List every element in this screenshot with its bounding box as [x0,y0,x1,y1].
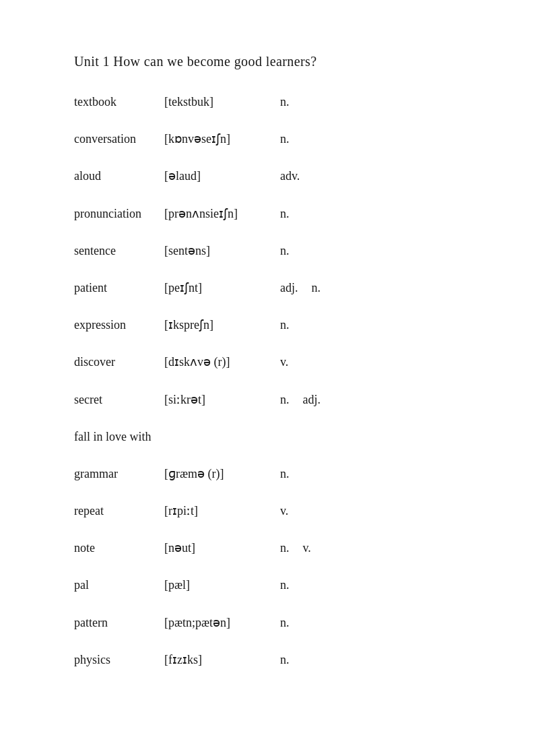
entry-pos1: adj. [280,280,298,296]
entry-word: conversation [74,131,162,148]
entry-word: pal [74,577,162,594]
entry-pos1: n. [280,466,290,482]
vocab-entry: patient[peɪʃnt]adj.n. [74,280,460,296]
entry-pos1: n. [280,243,290,259]
vocab-list: textbook[tekstbuk]n.conversation[kɒnvəse… [74,94,460,668]
entry-pos1: n. [280,652,290,668]
vocab-entry: textbook[tekstbuk]n. [74,94,460,111]
entry-phonetic: [pæl] [164,577,272,594]
vocab-entry: conversation[kɒnvəseɪʃn]n. [74,131,460,148]
phrase-word: fall in love with [74,429,151,445]
entry-phonetic: [ɡræmə (r)] [164,466,272,482]
entry-word: textbook [74,94,162,111]
entry-phonetic: [fɪzɪks] [164,652,272,668]
vocab-entry: sentence[sentəns]n. [74,243,460,259]
vocab-entry: repeat[rɪpiːt]v. [74,503,460,519]
entry-word: sentence [74,243,162,259]
entry-phonetic: [prənʌnsieɪʃn] [164,206,272,222]
entry-pos1: adv. [280,168,300,185]
entry-word: discover [74,354,162,371]
vocab-entry: physics[fɪzɪks]n. [74,652,460,668]
entry-phonetic: [tekstbuk] [164,94,272,111]
vocab-entry: note[nəut]n.v. [74,540,460,557]
entry-pos2: adj. [303,391,321,408]
entry-word: patient [74,280,162,296]
entry-phonetic: [əlaud] [164,168,272,185]
vocab-entry: expression[ɪkspreʃn]n. [74,317,460,334]
entry-word: note [74,540,162,557]
entry-pos2: n. [312,280,321,296]
entry-pos1: n. [280,206,290,222]
vocab-entry: pattern[pætn;pætən]n. [74,615,460,631]
entry-word: repeat [74,503,162,519]
vocab-entry: fall in love with [74,429,460,445]
vocab-entry: secret[siːkrət]n.adj. [74,391,460,408]
entry-pos1: v. [280,354,288,371]
entry-phonetic: [kɒnvəseɪʃn] [164,131,272,148]
entry-word: physics [74,652,162,668]
entry-phonetic: [siːkrət] [164,391,272,408]
vocab-entry: grammar[ɡræmə (r)]n. [74,466,460,482]
entry-pos1: n. [280,540,290,557]
entry-pos1: n. [280,94,290,111]
entry-phonetic: [rɪpiːt] [164,503,272,519]
entry-phonetic: [ɪkspreʃn] [164,317,272,334]
entry-pos1: v. [280,503,288,519]
entry-word: expression [74,317,162,334]
entry-word: grammar [74,466,162,482]
page-title: Unit 1 How can we become good learners? [74,54,460,69]
entry-phonetic: [pætn;pætən] [164,615,272,631]
entry-pos2: v. [303,540,311,557]
vocab-entry: discover[dɪskʌvə (r)]v. [74,354,460,371]
vocab-entry: aloud[əlaud]adv. [74,168,460,185]
entry-phonetic: [nəut] [164,540,272,557]
entry-phonetic: [sentəns] [164,243,272,259]
entry-word: pronunciation [74,206,162,222]
entry-word: aloud [74,168,162,185]
entry-phonetic: [peɪʃnt] [164,280,272,296]
entry-pos1: n. [280,615,290,631]
entry-phonetic: [dɪskʌvə (r)] [164,354,272,371]
entry-word: secret [74,391,162,408]
entry-pos1: n. [280,391,290,408]
entry-word: pattern [74,615,162,631]
entry-pos1: n. [280,317,290,334]
entry-pos1: n. [280,577,290,594]
vocab-entry: pal[pæl]n. [74,577,460,594]
vocab-entry: pronunciation[prənʌnsieɪʃn]n. [74,206,460,222]
entry-pos1: n. [280,131,290,148]
